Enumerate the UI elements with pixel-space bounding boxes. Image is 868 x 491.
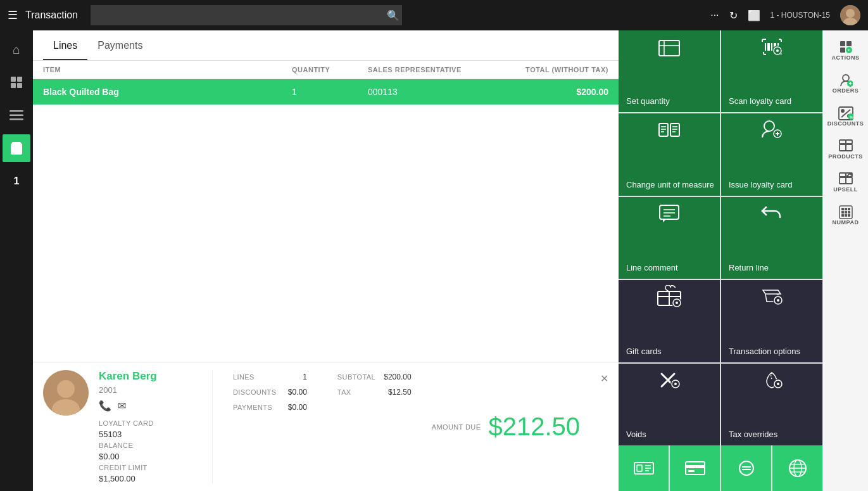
col-total: TOTAL (WITHOUT TAX) [494, 66, 608, 73]
products-nav[interactable]: PRODUCTS [823, 134, 868, 165]
phone-icon[interactable]: 📞 [99, 400, 111, 412]
sidebar-item-count[interactable]: 1 [3, 167, 30, 195]
subtotal-label: SUBTOTAL [337, 373, 375, 381]
svg-point-24 [776, 49, 779, 52]
refresh-icon[interactable]: ↻ [729, 10, 738, 22]
order-summary-right: SUBTOTAL $200.00 TAX $12.50 [327, 370, 422, 483]
col-sales-rep: SALES REPRESENTATIVE [368, 66, 494, 73]
lines-label: LINES [233, 373, 255, 381]
svg-rect-19 [771, 43, 772, 51]
change-uom-tile[interactable]: Change unit of measure [619, 113, 720, 195]
upsell-icon [838, 172, 853, 186]
svg-rect-18 [767, 43, 770, 51]
credit-card-button[interactable] [670, 445, 720, 491]
svg-rect-77 [846, 41, 852, 46]
set-quantity-label: Set quantity [626, 96, 670, 106]
row-total: $200.00 [494, 87, 608, 97]
numpad-nav[interactable]: NUMPAD [823, 200, 868, 231]
equals-button[interactable] [721, 445, 771, 491]
numpad-label: NUMPAD [833, 219, 859, 226]
payments-value: $0.00 [288, 403, 307, 412]
sidebar-item-products[interactable] [3, 68, 30, 96]
discounts-icon: % [838, 106, 853, 120]
far-right-sidebar: ACTIONS ORDERS % DISCOUNTS [822, 30, 868, 491]
search-input[interactable] [91, 5, 402, 25]
voids-label: Voids [626, 430, 646, 439]
loyalty-card-label: LOYALTY CARD [99, 419, 202, 427]
customer-panel: Karen Berg 2001 📞 ✉ LOYALTY CARD 55103 B… [33, 362, 619, 491]
discounts-nav[interactable]: % DISCOUNTS [823, 101, 868, 132]
globe-button[interactable] [772, 445, 822, 491]
scan-loyalty-tile[interactable]: Scan loyalty card [721, 30, 822, 112]
discounts-value: $0.00 [288, 388, 307, 397]
svg-point-48 [676, 302, 678, 304]
email-icon[interactable]: ✉ [118, 400, 126, 412]
voids-tile[interactable]: Voids [619, 364, 720, 445]
transaction-options-tile[interactable]: Transaction options [721, 280, 822, 362]
tax-overrides-tile[interactable]: Tax overrides [721, 364, 822, 445]
svg-rect-110 [848, 214, 850, 217]
set-quantity-tile[interactable]: Set quantity [619, 30, 720, 112]
orders-label: ORDERS [833, 87, 859, 94]
dots-icon[interactable]: ··· [710, 10, 719, 21]
col-item: ITEM [43, 66, 292, 73]
svg-rect-91 [840, 144, 846, 151]
tab-lines[interactable]: Lines [43, 32, 87, 60]
svg-rect-97 [840, 173, 846, 177]
transaction-table: ITEM QUANTITY SALES REPRESENTATIVE TOTAL… [33, 61, 619, 362]
search-icon: 🔍 [387, 10, 399, 22]
menu-icon[interactable]: ☰ [8, 8, 18, 22]
svg-rect-38 [660, 205, 679, 219]
store-label: 1 - HOUSTON-15 [771, 11, 830, 20]
tax-label: TAX [337, 388, 351, 396]
svg-rect-25 [659, 124, 668, 136]
svg-rect-37 [777, 132, 778, 136]
tiles-grid: Set quantity Scan loyalty card [619, 30, 822, 445]
amount-due-section: AMOUNT DUE $212.50 [432, 370, 590, 483]
center-content: Lines Payments ITEM QUANTITY SALES REPRE… [33, 30, 619, 491]
svg-rect-107 [848, 211, 850, 214]
svg-point-68 [739, 461, 753, 475]
line-comment-label: Line comment [626, 263, 678, 272]
scan-loyalty-label: Scan loyalty card [729, 96, 791, 106]
return-line-tile[interactable]: Return line [721, 197, 822, 279]
svg-rect-5 [11, 83, 16, 88]
svg-rect-106 [845, 211, 847, 214]
change-uom-label: Change unit of measure [626, 180, 714, 189]
issue-loyalty-tile[interactable]: Issue loyalty card [721, 113, 822, 195]
sidebar-item-home[interactable]: ⌂ [3, 35, 30, 63]
customer-id: 2001 [99, 385, 202, 395]
transaction-options-label: Transaction options [729, 347, 800, 356]
svg-rect-67 [688, 470, 695, 472]
close-customer-button[interactable]: ✕ [600, 370, 608, 385]
svg-rect-4 [17, 77, 22, 82]
row-sales-rep: 000113 [368, 87, 494, 97]
svg-rect-9 [9, 118, 23, 120]
orders-nav[interactable]: ORDERS [823, 68, 868, 99]
gift-cards-tile[interactable]: Gift cards [619, 280, 720, 362]
tax-value: $12.50 [388, 388, 412, 397]
right-panel: Set quantity Scan loyalty card [619, 30, 822, 491]
cash-payment-button[interactable] [619, 445, 669, 491]
top-bar: ☰ Transaction 🔍 ··· ↻ ⬜ 1 - HOUSTON-15 [0, 0, 868, 30]
numpad-icon [839, 205, 853, 219]
payments-label: PAYMENTS [233, 404, 272, 411]
svg-point-81 [843, 75, 849, 81]
svg-rect-93 [840, 140, 846, 144]
svg-point-86 [841, 109, 845, 113]
upsell-nav[interactable]: UPSELL [823, 167, 868, 198]
app-title: Transaction [25, 10, 78, 21]
svg-rect-84 [850, 82, 851, 85]
row-item-name: Black Quilted Bag [43, 87, 292, 97]
tab-payments[interactable]: Payments [87, 32, 153, 60]
actions-nav[interactable]: ACTIONS [823, 35, 868, 66]
svg-rect-95 [840, 177, 846, 184]
table-row[interactable]: Black Quilted Bag 1 000113 $200.00 [33, 79, 619, 105]
customer-name: Karen Berg [99, 370, 202, 383]
sidebar-item-cart[interactable] [3, 134, 30, 162]
line-comment-tile[interactable]: Line comment [619, 197, 720, 279]
main-layout: ⌂ 1 Lines Payments ITEM QUANTITY SALES R… [0, 30, 868, 491]
topbar-icons: ··· ↻ ⬜ 1 - HOUSTON-15 [710, 5, 860, 25]
monitor-icon[interactable]: ⬜ [748, 10, 760, 22]
sidebar-item-menu[interactable] [3, 101, 30, 129]
